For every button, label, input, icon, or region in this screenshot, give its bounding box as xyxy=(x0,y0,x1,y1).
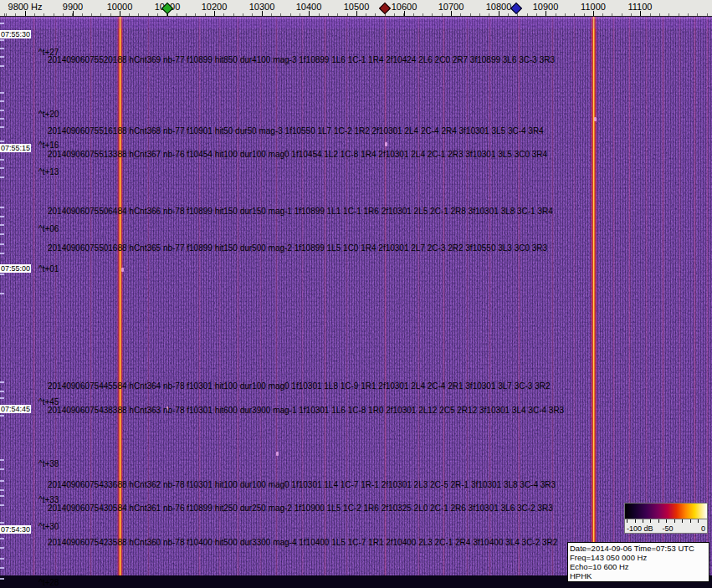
time-offset-marker: ^t+16 xyxy=(38,141,59,150)
time-tick xyxy=(0,547,4,549)
db-mid-label: -50 xyxy=(662,524,673,533)
detection-log-line: 20140906075516188 hCnt368 nb-77 f10901 h… xyxy=(48,126,544,135)
detection-log-line: 20140906075445584 hCnt364 nb-78 f10301 h… xyxy=(48,381,550,391)
time-tick xyxy=(0,578,4,580)
freq-tick-label: 11100 xyxy=(628,2,653,12)
faint-carrier-line xyxy=(662,17,664,575)
detection-log-line: 20140906075423588 hCnt360 nb-78 f10400 h… xyxy=(48,538,557,547)
time-tick xyxy=(0,495,4,497)
freq-tick-label: 10500 xyxy=(344,2,370,12)
faint-carrier-line xyxy=(324,17,326,575)
faint-carrier-line xyxy=(551,17,554,575)
detection-log-line: 20140906075430584 hCnt361 nb-76 f10899 h… xyxy=(48,504,553,513)
time-tick xyxy=(0,480,4,482)
detection-log-line: 20140906075513388 hCnt367 nb-76 f10454 h… xyxy=(48,150,547,159)
freq-tick-label: 9800 Hz xyxy=(8,2,43,12)
time-tick xyxy=(0,141,4,142)
faint-carrier-line xyxy=(259,17,262,575)
freq-tick-label: 10800 xyxy=(486,2,512,12)
time-tick xyxy=(0,253,4,254)
time-tick xyxy=(0,39,4,41)
info-date-time: Date=2014-09-06 Time=07:53 UTC xyxy=(570,544,707,553)
freq-tick-label: 10300 xyxy=(249,2,275,12)
detection-log-line: 20140906075438388 hCnt363 nb-78 f10301 h… xyxy=(48,406,564,415)
time-offset-marker: ^t+20 xyxy=(38,110,59,119)
db-min-label: -100 dB xyxy=(627,524,653,533)
faint-carrier-line xyxy=(645,17,648,575)
time-label: 07:55:00 xyxy=(0,264,31,273)
blue-marker-icon[interactable] xyxy=(510,3,522,14)
freq-tick-label: 10200 xyxy=(202,2,228,12)
time-tick xyxy=(0,159,4,161)
faint-carrier-line xyxy=(237,17,239,575)
time-tick xyxy=(0,65,4,67)
freq-tick-label: 10700 xyxy=(438,2,464,12)
spectrogram-waterfall[interactable]: -100 dB -50 0 Date=2014-09-06 Time=07:53… xyxy=(0,17,712,588)
carrier-line xyxy=(590,17,597,575)
freq-tick-label: 9900 xyxy=(63,2,83,12)
faint-carrier-line xyxy=(147,17,150,575)
time-tick xyxy=(0,92,4,94)
time-tick xyxy=(0,167,4,169)
faint-carrier-line xyxy=(694,17,696,575)
time-tick xyxy=(0,224,4,226)
status-info-box: Date=2014-09-06 Time=07:53 UTC Freq=143 … xyxy=(567,542,709,582)
echo-ping xyxy=(276,452,279,456)
time-offset-marker: ^t+01 xyxy=(38,264,59,274)
faint-carrier-line xyxy=(33,17,35,575)
detection-log-line: 20140906075433688 hCnt362 nb-78 f10301 h… xyxy=(48,480,556,489)
time-tick xyxy=(0,459,4,461)
time-tick xyxy=(0,415,4,417)
time-offset-marker: ^t+06 xyxy=(38,224,59,233)
time-tick xyxy=(0,176,4,178)
time-tick xyxy=(0,504,4,506)
time-offset-marker: ^t+30 xyxy=(38,522,59,531)
faint-carrier-line xyxy=(612,17,615,575)
info-echo: Echo=10 600 Hz xyxy=(570,562,707,571)
faint-carrier-line xyxy=(198,17,201,575)
time-tick xyxy=(0,274,4,275)
faint-carrier-line xyxy=(301,17,304,575)
faint-carrier-line xyxy=(384,17,387,575)
time-label: 07:54:45 xyxy=(0,405,31,413)
faint-carrier-line xyxy=(346,17,348,575)
faint-carrier-line xyxy=(706,17,709,575)
time-tick xyxy=(0,110,4,111)
time-tick xyxy=(0,468,4,470)
carrier-line xyxy=(116,17,124,575)
detection-log-line: 20140906075506484 hCnt366 nb-78 f10899 h… xyxy=(48,207,553,216)
time-tick xyxy=(0,293,4,294)
faint-carrier-line xyxy=(573,17,576,575)
faint-carrier-line xyxy=(218,17,221,575)
detection-log-line: 20140906075520188 hCnt369 nb-77 f10899 h… xyxy=(48,55,555,64)
frequency-axis[interactable]: 9800 Hz990010000101001020010300104001050… xyxy=(0,0,712,17)
time-tick xyxy=(0,100,4,102)
time-label: 07:54:30 xyxy=(0,525,31,534)
time-tick xyxy=(0,207,4,208)
faint-carrier-line xyxy=(90,17,92,575)
db-color-scale: -100 dB -50 0 xyxy=(624,503,708,534)
time-tick xyxy=(0,118,4,120)
echo-ping xyxy=(121,268,124,272)
freq-tick-label: 10600 xyxy=(392,2,417,12)
freq-tick-label: 10900 xyxy=(533,2,559,12)
time-tick xyxy=(0,56,4,58)
time-offset-marker: ^t+28 xyxy=(38,578,59,587)
echo-ping xyxy=(385,142,387,146)
noise-striping-overlay xyxy=(0,17,712,588)
db-max-label: 0 xyxy=(701,524,705,533)
faint-carrier-line xyxy=(518,17,520,575)
spectrogram-app-window: 9800 Hz990010000101001020010300104001050… xyxy=(0,0,712,588)
red-marker-icon[interactable] xyxy=(379,3,391,14)
time-tick xyxy=(0,216,4,217)
faint-carrier-line xyxy=(628,17,631,575)
faint-carrier-line xyxy=(679,17,681,575)
faint-carrier-line xyxy=(466,17,469,575)
info-station: HPHK xyxy=(570,571,707,580)
color-gradient-bar xyxy=(624,503,708,519)
freq-tick-label: 10400 xyxy=(296,2,322,12)
time-tick xyxy=(0,243,4,245)
time-tick xyxy=(0,391,4,392)
freq-tick-label: 11000 xyxy=(581,2,606,12)
time-offset-marker: ^t+13 xyxy=(38,167,59,176)
